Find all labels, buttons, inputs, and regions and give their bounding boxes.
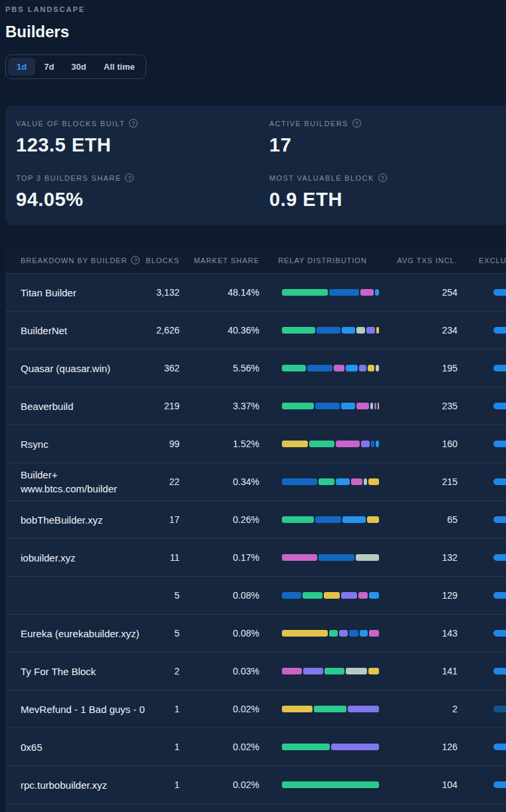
table-row[interactable]: BuilderNet 2,626 40.36% 234	[5, 311, 506, 349]
blocks-value: 2,626	[145, 325, 180, 336]
avg-txs-value: 254	[386, 287, 457, 298]
time-option-30d[interactable]: 30d	[63, 58, 94, 76]
page-viewport: PBS LANDSCAPE Builders 1d 7d 30d All tim…	[0, 0, 506, 812]
avg-txs-value: 104	[386, 779, 457, 790]
relay-segment	[360, 289, 374, 296]
market-share-value: 0.03%	[180, 666, 259, 676]
relay-segment	[282, 403, 314, 409]
table-row[interactable]: Leon haz block? 1 0.02% 6	[5, 803, 506, 812]
time-option-1d[interactable]: 1d	[8, 58, 35, 76]
exclusive-bar	[493, 706, 506, 712]
relay-segment	[336, 441, 360, 447]
table-row[interactable]: Ty For The Block 2 0.03% 141	[5, 652, 506, 690]
relay-segment	[282, 289, 328, 296]
exclusive-bar	[493, 744, 506, 750]
table-row[interactable]: rpc.turbobuilder.xyz 1 0.02% 104	[5, 765, 506, 803]
relay-distribution-bar	[282, 327, 379, 334]
table-row[interactable]: Rsync 99 1.52% 160	[5, 425, 506, 462]
stats-card: VALUE OF BLOCKS BUILT ? 123.5 ETH ACTIVE…	[5, 106, 506, 225]
builder-name: bobTheBuilder.xyz	[5, 513, 145, 527]
relay-segment	[366, 327, 375, 334]
relay-segment	[324, 668, 344, 674]
table-row[interactable]: bobTheBuilder.xyz 17 0.26% 65	[5, 500, 506, 538]
table-row[interactable]: Eureka (eurekabuilder.xyz) 5 0.08% 143	[5, 614, 506, 652]
help-icon[interactable]: ?	[131, 256, 140, 264]
stat-value-of-blocks: VALUE OF BLOCKS BUILT ? 123.5 ETH	[16, 119, 269, 156]
market-share-value: 0.08%	[180, 590, 259, 601]
relay-segment	[376, 441, 379, 447]
builder-name: Eureka (eurekabuilder.xyz)	[5, 627, 145, 641]
relay-segment	[374, 403, 376, 409]
relay-segment	[368, 668, 379, 674]
builder-name: MevRefund - 1 Bad guys - 0	[5, 702, 145, 716]
relay-segment	[375, 289, 379, 296]
table-row[interactable]: 5 0.08% 129	[5, 576, 506, 614]
relay-distribution-bar	[282, 781, 379, 788]
relay-segment	[282, 365, 306, 371]
relay-segment	[342, 327, 355, 334]
exclusive-bar	[493, 478, 506, 485]
exclusive-bar	[493, 781, 506, 788]
help-icon[interactable]: ?	[352, 119, 361, 128]
page-title: Builders	[5, 23, 506, 41]
table-row[interactable]: Builder+ www.btcs.com/builder 22 0.34% 2…	[5, 462, 506, 500]
relay-segment	[329, 289, 359, 296]
time-option-7d[interactable]: 7d	[35, 58, 63, 76]
builder-name: BuilderNet	[5, 324, 145, 338]
stat-label: MOST VALUABLE BLOCK	[269, 174, 374, 182]
blocks-value: 1	[145, 742, 180, 752]
time-option-all-time[interactable]: All time	[95, 58, 144, 76]
relay-segment	[282, 706, 313, 712]
help-icon[interactable]: ?	[378, 173, 387, 182]
blocks-value: 17	[145, 514, 180, 525]
relay-segment	[329, 630, 338, 637]
relay-segment	[368, 365, 374, 371]
help-icon[interactable]: ?	[125, 173, 134, 182]
exclusive-bar	[493, 592, 506, 599]
relay-segment	[318, 554, 354, 561]
relay-segment	[282, 327, 315, 334]
table-row[interactable]: Beaverbuild 219 3.37% 235	[5, 387, 506, 425]
relay-segment	[324, 592, 340, 599]
relay-segment	[282, 554, 317, 561]
avg-txs-value: 141	[386, 666, 457, 676]
exclusive-bar	[493, 327, 506, 334]
exclusive-bar	[493, 516, 506, 523]
avg-txs-value: 234	[386, 325, 457, 336]
relay-segment	[364, 478, 367, 485]
breadcrumb: PBS LANDSCAPE	[5, 5, 506, 13]
avg-txs-value: 126	[386, 742, 457, 752]
relay-segment	[331, 744, 379, 750]
relay-segment	[361, 441, 370, 447]
exclusive-bar	[493, 365, 506, 371]
market-share-value: 3.37%	[180, 401, 259, 411]
table-row[interactable]: Titan Builder 3,132 48.14% 254	[5, 273, 506, 311]
market-share-value: 1.52%	[180, 439, 259, 449]
relay-distribution-bar	[282, 706, 379, 712]
stat-value: 17	[269, 134, 506, 156]
relay-segment	[315, 516, 341, 523]
stat-active-builders: ACTIVE BUILDERS ? 17	[269, 119, 506, 156]
table-row[interactable]: MevRefund - 1 Bad guys - 0 1 0.02% 2	[5, 690, 506, 728]
table-row[interactable]: Quasar (quasar.win) 362 5.56% 195	[5, 349, 506, 387]
blocks-value: 2	[145, 666, 180, 676]
market-share-value: 48.14%	[180, 287, 259, 298]
col-header-breakdown: BREAKDOWN BY BUILDER	[21, 256, 127, 264]
exclusive-bar	[493, 441, 506, 447]
help-icon[interactable]: ?	[129, 119, 138, 128]
builder-name: 0x65	[5, 740, 145, 754]
relay-segment	[282, 781, 379, 788]
table-row[interactable]: 0x65 1 0.02% 126	[5, 728, 506, 765]
table-row[interactable]: iobuilder.xyz 11 0.17% 132	[5, 538, 506, 576]
stat-value: 123.5 ETH	[16, 134, 269, 156]
builder-name: Quasar (quasar.win)	[5, 361, 145, 375]
blocks-value: 3,132	[145, 287, 180, 298]
market-share-value: 0.26%	[180, 514, 259, 525]
stat-value: 94.05%	[16, 189, 269, 211]
relay-segment	[358, 592, 368, 599]
stat-top3-share: TOP 3 BUILDERS SHARE ? 94.05%	[16, 173, 269, 211]
exclusive-bar	[493, 289, 506, 296]
relay-segment	[282, 744, 330, 750]
relay-segment	[376, 365, 379, 371]
relay-segment	[349, 630, 358, 637]
